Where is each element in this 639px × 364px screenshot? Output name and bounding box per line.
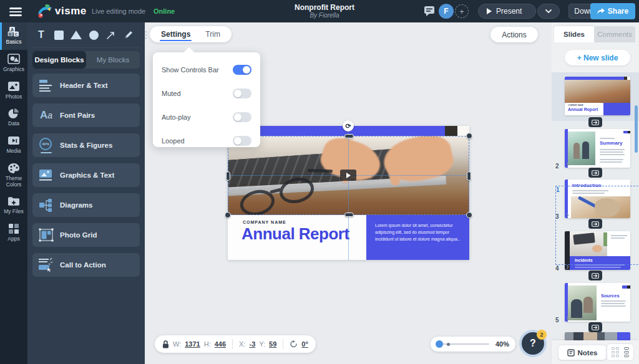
list-view-icon[interactable] xyxy=(624,347,629,358)
transition-button-5[interactable] xyxy=(588,322,602,332)
transition-button-2[interactable] xyxy=(588,168,602,178)
play-icon xyxy=(486,8,492,14)
actions-button[interactable]: Actions xyxy=(490,27,538,42)
width-value[interactable]: 1371 xyxy=(185,340,200,348)
share-label: Share xyxy=(608,7,628,16)
add-collaborator-button[interactable]: + xyxy=(455,4,469,18)
sidebar-item-label: Basics xyxy=(6,39,21,46)
live-mode-label: Live editing mode xyxy=(92,7,145,15)
resize-handle-sw[interactable] xyxy=(225,212,231,218)
slide-thumbnail-1[interactable]: COMPANY NAME Annual Report xyxy=(565,77,630,115)
view-toggle xyxy=(607,343,634,361)
share-button[interactable]: Share xyxy=(590,3,635,19)
circle-tool-icon[interactable] xyxy=(86,27,101,42)
slide-thumbnail-2[interactable]: Summary ❯ xyxy=(565,129,630,168)
slide-thumbnail-5[interactable]: Sources ❯ xyxy=(565,283,630,322)
slide-row-2[interactable]: 2 Summary ❯ xyxy=(552,125,639,172)
pie-chart-icon xyxy=(7,108,20,119)
resize-handle-se[interactable] xyxy=(466,212,472,218)
expand-chevron[interactable]: ❯ xyxy=(566,162,569,166)
square-tool-icon[interactable] xyxy=(51,27,66,42)
triangle-tool-icon[interactable] xyxy=(69,27,84,42)
resize-handle-n[interactable] xyxy=(344,134,354,138)
block-item-diagrams[interactable]: Diagrams xyxy=(32,193,140,217)
notes-icon xyxy=(567,349,575,357)
sidebar-item-label: My Files xyxy=(4,209,24,215)
sidebar-item-media[interactable]: Media xyxy=(0,132,27,159)
arrow-tool-icon[interactable] xyxy=(104,27,119,42)
show-controls-bar-toggle[interactable] xyxy=(233,65,251,75)
zoom-control: 40% xyxy=(431,337,515,352)
pen-tool-icon[interactable] xyxy=(121,27,136,42)
zoom-slider-handle[interactable] xyxy=(436,340,443,348)
notes-button[interactable]: Notes xyxy=(558,345,607,360)
sidebar-item-theme-colors[interactable]: Theme Colors xyxy=(0,159,27,193)
sidebar-item-label: Graphics xyxy=(3,67,24,73)
slide-number: 1 xyxy=(555,186,639,265)
shapes-icon xyxy=(7,54,20,65)
block-item-header-text[interactable]: Header & Text xyxy=(32,74,140,97)
play-icon xyxy=(346,173,351,178)
sidebar-item-my-files[interactable]: My Files xyxy=(0,192,27,219)
text-tool-icon[interactable]: T xyxy=(34,27,49,42)
tab-comments[interactable]: Comments xyxy=(594,26,635,42)
slide-row-1[interactable]: 1 COMPANY NAME Annual Report xyxy=(552,72,639,121)
tab-trim[interactable]: Trim xyxy=(198,26,228,42)
height-value[interactable]: 446 xyxy=(215,340,226,348)
slide-title-block[interactable]: COMPANY NAME Annual Report xyxy=(228,215,366,260)
slide-row-5[interactable]: 5 Sources ❯ xyxy=(552,279,639,326)
block-item-call-to-action[interactable]: Call to Action xyxy=(32,253,140,277)
zoom-slider[interactable] xyxy=(437,343,489,345)
block-item-stats-figures[interactable]: 40% Stats & Figures xyxy=(32,133,140,157)
canvas-area[interactable]: Settings Trim Actions Show Controls Bar … xyxy=(145,22,552,364)
present-button[interactable]: Present xyxy=(478,4,536,19)
help-button[interactable]: ? 2 xyxy=(522,332,544,355)
muted-toggle[interactable] xyxy=(233,89,251,98)
transition-button-4[interactable] xyxy=(588,271,602,280)
tab-design-blocks[interactable]: Design Blocks xyxy=(32,51,86,69)
x-value[interactable]: -3 xyxy=(250,340,256,348)
rotation-value[interactable]: 0° xyxy=(301,340,308,348)
present-dropdown-button[interactable] xyxy=(537,4,560,19)
more-vertical-icon[interactable]: ⋮ xyxy=(139,27,154,42)
block-item-graphics-text[interactable]: Graphics & Text xyxy=(32,163,140,187)
sidebar-item-data[interactable]: Data xyxy=(0,104,27,132)
transition-arrow-icon xyxy=(592,120,599,125)
sidebar-item-photos[interactable]: Photos xyxy=(0,77,27,105)
new-slide-button[interactable]: + New slide xyxy=(565,50,630,65)
sidebar-item-apps[interactable]: Apps xyxy=(0,219,27,247)
resize-handle-ne[interactable] xyxy=(466,133,472,139)
tab-my-blocks[interactable]: My Blocks xyxy=(86,51,140,69)
grid-view-icon[interactable] xyxy=(612,347,619,357)
sidebar-item-basics[interactable]: A B C Basics xyxy=(0,22,27,50)
company-name-label[interactable]: COMPANY NAME xyxy=(243,220,286,224)
y-value[interactable]: 59 xyxy=(269,340,276,348)
slide-thumbnail-6[interactable] xyxy=(565,332,630,340)
video-play-button[interactable] xyxy=(340,170,356,181)
resize-handle-s[interactable] xyxy=(344,213,354,217)
avatar[interactable]: F xyxy=(439,4,454,19)
hamburger-menu-icon[interactable] xyxy=(9,6,22,18)
slide-bar-dark-block[interactable] xyxy=(445,126,457,136)
block-item-font-pairs[interactable]: Aa Font Pairs xyxy=(32,103,140,127)
resize-handle-e[interactable] xyxy=(467,171,471,181)
zoom-value: 40% xyxy=(495,340,509,348)
sidebar-item-graphics[interactable]: Graphics xyxy=(0,50,27,77)
transition-button-1[interactable] xyxy=(588,117,602,127)
lock-icon[interactable] xyxy=(162,340,169,348)
slide-body-text[interactable]: Lorem ipsum dolor sit amet, consectetur … xyxy=(375,223,463,243)
looped-toggle[interactable] xyxy=(233,136,251,146)
slide-title-text[interactable]: Annual Report xyxy=(241,224,349,244)
comments-icon[interactable] xyxy=(424,6,435,16)
folder-icon xyxy=(7,196,20,207)
slide-body-block[interactable]: Lorem ipsum dolor sit amet, consectetur … xyxy=(366,215,469,260)
document-title[interactable]: Nonprofit Report xyxy=(250,3,399,12)
rotate-handle[interactable]: ⟳ xyxy=(343,120,354,132)
tab-settings[interactable]: Settings xyxy=(154,26,198,42)
resize-handle-w[interactable] xyxy=(226,171,230,181)
tab-slides[interactable]: Slides xyxy=(554,26,594,42)
expand-chevron[interactable]: ❯ xyxy=(566,316,569,320)
block-item-photo-grid[interactable]: Photo Grid xyxy=(32,223,140,247)
auto-play-toggle[interactable] xyxy=(233,112,251,122)
expand-chevron[interactable]: ❯ xyxy=(566,264,569,269)
